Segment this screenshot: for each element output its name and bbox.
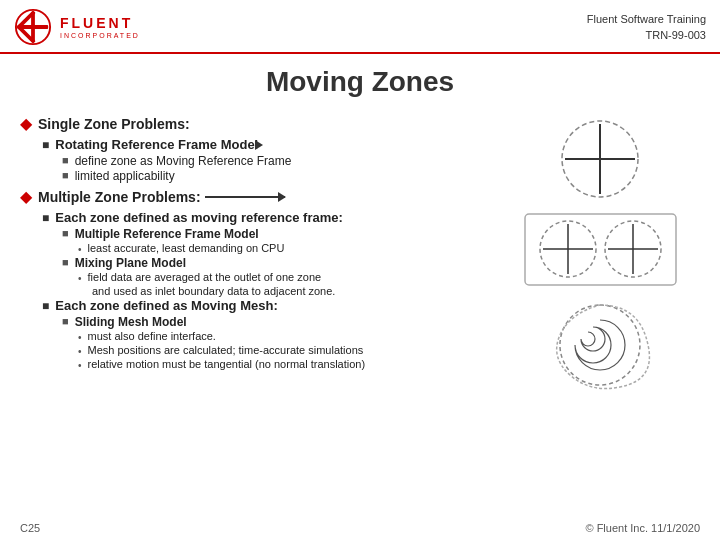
section1: ◆ Single Zone Problems: ■ Rotating Refer… [20,116,490,183]
rotating-arrow-row: Rotating Reference Frame Model [55,137,262,152]
l3-define-label: define zone as Moving Reference Frame [75,154,292,168]
l2-moving-ref-label: Each zone defined as moving reference fr… [55,210,343,225]
footer: C25 © Fluent Inc. 11/1/2020 [0,522,720,534]
logo-text-block: FLUENT INCORPORATED [60,16,140,39]
l3-bullet3: ■ [62,227,69,239]
main-content: ◆ Single Zone Problems: ■ Rotating Refer… [0,106,720,395]
l4-must-define: • must also define interface. [78,330,490,343]
l3-limited-label: limited applicability [75,169,175,183]
l3-bullet5: ■ [62,315,69,327]
section2: ◆ Multiple Zone Problems: ■ Each zone de… [20,189,490,371]
l4-least-accurate-label: least accurate, least demanding on CPU [88,242,285,254]
section1-label: Single Zone Problems: [38,116,190,132]
l4-field-data2: and used as inlet boundary data to adjac… [92,285,490,297]
l2-rotating: ■ Rotating Reference Frame Model [42,137,490,152]
slide-number: C25 [20,522,40,534]
l2-bullet: ■ [42,138,49,152]
header: FLUENT INCORPORATED Fluent Software Trai… [0,0,720,54]
page-title: Moving Zones [0,54,720,106]
content-area: ◆ Single Zone Problems: ■ Rotating Refer… [20,110,490,395]
multiple-arrow-row: Multiple Zone Problems: [38,189,285,205]
section1-header: ◆ Single Zone Problems: [20,116,490,133]
l4-bullet1: • [78,244,82,255]
section2-header: ◆ Multiple Zone Problems: [20,189,490,206]
l4-least-accurate: • least accurate, least demanding on CPU [78,242,490,255]
l4-relative-motion: • relative motion must be tangential (no… [78,358,490,371]
bullet-marker: ◆ [20,114,32,133]
logo-name: FLUENT [60,16,140,30]
diagram2-icon [523,212,678,287]
l4-mesh-positions: • Mesh positions are calculated; time-ac… [78,344,490,357]
l2-bullet3: ■ [42,211,49,225]
l4-field-data1: • field data are averaged at the outlet … [78,271,490,284]
copyright: © Fluent Inc. 11/1/2020 [585,522,700,534]
diagram1-icon [555,114,645,204]
l4-bullet5: • [78,360,82,371]
l3-limited: ■ limited applicability [62,169,490,183]
section2-label: Multiple Zone Problems: [38,189,201,205]
training-line1: Fluent Software Training [587,11,706,28]
l2-content: Rotating Reference Frame Model [55,137,262,152]
l3-mixing-label: Mixing Plane Model [75,256,186,270]
l2-moving-mesh: ■ Each zone defined as Moving Mesh: [42,298,490,313]
l4-field-data2-label: and used as inlet boundary data to adjac… [92,285,335,297]
l4-must-define-label: must also define interface. [88,330,216,342]
multiple-arrow [205,196,285,198]
l3-bullet: ■ [62,154,69,166]
l3-bullet2: ■ [62,169,69,181]
l3-sliding-label: Sliding Mesh Model [75,315,187,329]
diagram3-icon [540,295,660,395]
l4-mesh-positions-label: Mesh positions are calculated; time-accu… [88,344,364,356]
l3-mixing: ■ Mixing Plane Model [62,256,490,270]
diagrams-panel [500,110,700,395]
section2-content: Multiple Zone Problems: [38,189,285,205]
training-line2: TRN-99-003 [587,27,706,44]
header-training-info: Fluent Software Training TRN-99-003 [587,11,706,44]
logo-incorporated: INCORPORATED [60,32,140,39]
l4-field-data1-label: field data are averaged at the outlet of… [88,271,322,283]
l4-relative-motion-label: relative motion must be tangential (no n… [88,358,366,370]
l3-bullet4: ■ [62,256,69,268]
l4-bullet2: • [78,273,82,284]
l4-bullet3: • [78,332,82,343]
fluent-logo-icon [14,8,52,46]
l2-moving-ref: ■ Each zone defined as moving reference … [42,210,490,225]
logo-area: FLUENT INCORPORATED [14,8,140,46]
l3-define-zone: ■ define zone as Moving Reference Frame [62,154,490,168]
bullet-marker2: ◆ [20,187,32,206]
l4-bullet4: • [78,346,82,357]
l3-mrf-label: Multiple Reference Frame Model [75,227,259,241]
l3-sliding: ■ Sliding Mesh Model [62,315,490,329]
rotating-label: Rotating Reference Frame Model [55,137,258,152]
l2-bullet4: ■ [42,299,49,313]
l2-moving-mesh-label: Each zone defined as Moving Mesh: [55,298,277,313]
l3-mrf: ■ Multiple Reference Frame Model [62,227,490,241]
